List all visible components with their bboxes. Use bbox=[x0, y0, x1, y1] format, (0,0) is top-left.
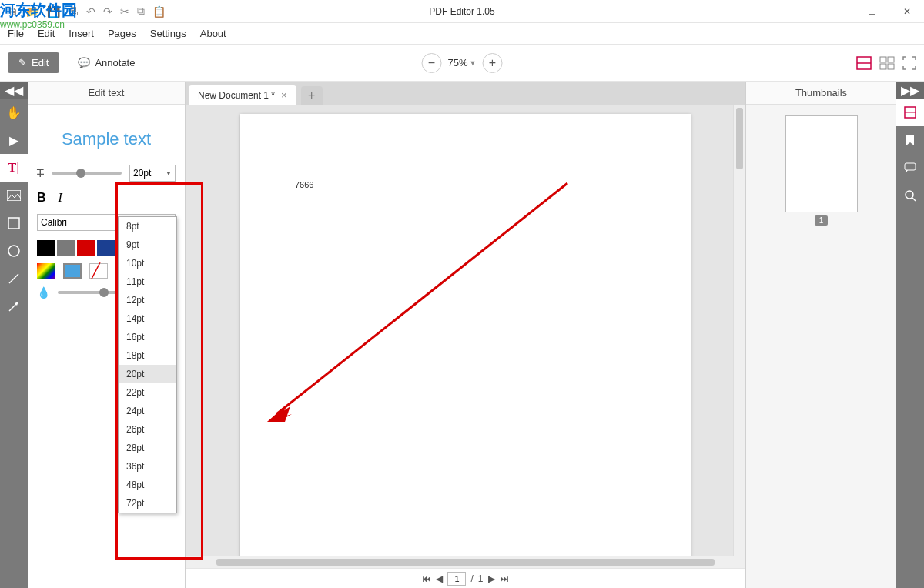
size-option[interactable]: 14pt bbox=[119, 309, 176, 328]
print-icon[interactable]: 🖶 bbox=[68, 5, 79, 18]
single-page-icon[interactable] bbox=[856, 56, 872, 70]
current-color[interactable] bbox=[63, 263, 82, 279]
bookmarks-tab[interactable] bbox=[896, 126, 924, 154]
rectangle-tool[interactable] bbox=[0, 209, 28, 237]
menu-edit[interactable]: Edit bbox=[38, 28, 55, 39]
close-button[interactable]: ✕ bbox=[889, 0, 924, 23]
hand-tool[interactable]: ✋ bbox=[0, 99, 28, 126]
menu-settings[interactable]: Settings bbox=[150, 28, 186, 39]
size-option[interactable]: 28pt bbox=[119, 439, 176, 457]
horizontal-scrollbar[interactable] bbox=[186, 556, 745, 568]
canvas[interactable]: 7666 bbox=[186, 105, 745, 556]
page[interactable]: 7666 bbox=[240, 114, 691, 556]
search-tab[interactable] bbox=[896, 182, 924, 209]
font-size-select[interactable]: 20pt ▼ bbox=[129, 165, 176, 182]
size-option[interactable]: 72pt bbox=[119, 494, 176, 513]
opacity-icon: 💧 bbox=[37, 286, 50, 299]
new-icon[interactable]: 🗎 bbox=[8, 5, 18, 18]
document-area: New Document 1 * × + 7666 ⏮ ◀ / bbox=[186, 82, 745, 588]
collapse-left-button[interactable]: ◀◀ bbox=[0, 82, 28, 99]
swatch-blue[interactable] bbox=[97, 240, 116, 256]
svg-rect-17 bbox=[905, 163, 916, 170]
add-tab-button[interactable]: + bbox=[301, 86, 323, 105]
save-icon[interactable]: 💾 bbox=[47, 5, 60, 18]
minimize-button[interactable]: — bbox=[820, 0, 855, 23]
annotate-mode-button[interactable]: 💬 Annotate bbox=[67, 52, 146, 73]
left-tool-strip: ◀◀ ✋ ▶ T| bbox=[0, 82, 28, 588]
font-size-dropdown[interactable]: 8pt9pt10pt11pt12pt14pt16pt18pt20pt22pt24… bbox=[118, 216, 177, 513]
zoom-out-button[interactable]: − bbox=[422, 53, 442, 73]
size-option[interactable]: 12pt bbox=[119, 291, 176, 309]
size-option[interactable]: 24pt bbox=[119, 402, 176, 420]
menu-insert[interactable]: Insert bbox=[69, 28, 94, 39]
page-navigation: ⏮ ◀ / 1 ▶ ⏭ bbox=[186, 568, 745, 588]
zoom-level[interactable]: 75% ▼ bbox=[448, 57, 477, 68]
text-tool[interactable]: T| bbox=[0, 154, 28, 182]
size-option[interactable]: 48pt bbox=[119, 476, 176, 494]
image-tool[interactable] bbox=[0, 182, 28, 209]
size-option[interactable]: 9pt bbox=[119, 236, 176, 254]
chevron-down-icon: ▼ bbox=[166, 170, 172, 177]
font-size-slider[interactable] bbox=[52, 172, 122, 175]
right-tool-strip: ▶▶ bbox=[896, 82, 924, 588]
maximize-button[interactable]: ☐ bbox=[855, 0, 889, 23]
thumbnail-page-1[interactable] bbox=[785, 115, 858, 212]
vertical-scrollbar[interactable] bbox=[733, 105, 745, 556]
select-tool[interactable]: ▶ bbox=[0, 126, 28, 154]
copy-icon[interactable]: ⧉ bbox=[137, 5, 145, 18]
menu-about[interactable]: About bbox=[200, 28, 226, 39]
thumbnails-tab[interactable] bbox=[896, 99, 924, 126]
edit-mode-button[interactable]: ✎ Edit bbox=[8, 52, 59, 73]
page-text-content[interactable]: 7666 bbox=[295, 180, 313, 189]
swatch-black[interactable] bbox=[37, 240, 55, 256]
svg-rect-7 bbox=[8, 218, 19, 229]
swatch-red[interactable] bbox=[77, 240, 95, 256]
swatch-gray[interactable] bbox=[57, 240, 75, 256]
italic-toggle[interactable]: I bbox=[59, 191, 62, 205]
last-page-button[interactable]: ⏭ bbox=[500, 573, 509, 584]
panel-title: Edit text bbox=[28, 82, 185, 105]
page-input[interactable] bbox=[447, 572, 466, 586]
size-option[interactable]: 20pt bbox=[119, 365, 176, 383]
size-option[interactable]: 22pt bbox=[119, 383, 176, 402]
bold-toggle[interactable]: B bbox=[37, 191, 46, 205]
page-total: 1 bbox=[478, 573, 484, 584]
menubar: File Edit Insert Pages Settings About bbox=[0, 23, 924, 45]
collapse-right-button[interactable]: ▶▶ bbox=[896, 82, 924, 99]
redo-icon[interactable]: ↷ bbox=[103, 5, 112, 18]
size-option[interactable]: 26pt bbox=[119, 420, 176, 439]
undo-icon[interactable]: ↶ bbox=[86, 5, 95, 18]
toolbar: ✎ Edit 💬 Annotate − 75% ▼ + bbox=[0, 45, 924, 82]
zoom-controls: − 75% ▼ + bbox=[422, 53, 503, 73]
zoom-in-button[interactable]: + bbox=[482, 53, 502, 73]
document-tab[interactable]: New Document 1 * × bbox=[189, 85, 296, 105]
close-tab-icon[interactable]: × bbox=[281, 89, 287, 101]
size-option[interactable]: 11pt bbox=[119, 272, 176, 291]
size-option[interactable]: 18pt bbox=[119, 346, 176, 365]
svg-rect-4 bbox=[880, 64, 886, 69]
size-option[interactable]: 36pt bbox=[119, 457, 176, 476]
comments-tab[interactable] bbox=[896, 154, 924, 182]
arrow-annotation bbox=[259, 175, 583, 429]
size-option[interactable]: 10pt bbox=[119, 254, 176, 272]
svg-line-9 bbox=[9, 274, 18, 283]
first-page-button[interactable]: ⏮ bbox=[422, 573, 431, 584]
grid-view-icon[interactable] bbox=[879, 56, 895, 70]
prev-page-button[interactable]: ◀ bbox=[436, 573, 443, 584]
line-tool[interactable] bbox=[0, 265, 28, 292]
next-page-button[interactable]: ▶ bbox=[488, 573, 495, 584]
ellipse-tool[interactable] bbox=[0, 237, 28, 265]
menu-pages[interactable]: Pages bbox=[108, 28, 136, 39]
open-icon[interactable]: 📂 bbox=[26, 5, 39, 18]
paste-icon[interactable]: 📋 bbox=[152, 5, 166, 18]
titlebar: 🗎 📂 💾 🖶 ↶ ↷ ✂ ⧉ 📋 PDF Editor 1.05 — ☐ ✕ bbox=[0, 0, 924, 23]
rainbow-picker[interactable] bbox=[37, 263, 55, 279]
arrow-tool[interactable] bbox=[0, 292, 28, 320]
fullscreen-icon[interactable] bbox=[902, 56, 916, 70]
menu-file[interactable]: File bbox=[8, 28, 24, 39]
cut-icon[interactable]: ✂ bbox=[120, 5, 129, 18]
size-option[interactable]: 8pt bbox=[119, 217, 176, 236]
thumbnail-label: 1 bbox=[815, 215, 829, 226]
no-color[interactable]: ╱ bbox=[89, 263, 108, 279]
size-option[interactable]: 16pt bbox=[119, 328, 176, 346]
